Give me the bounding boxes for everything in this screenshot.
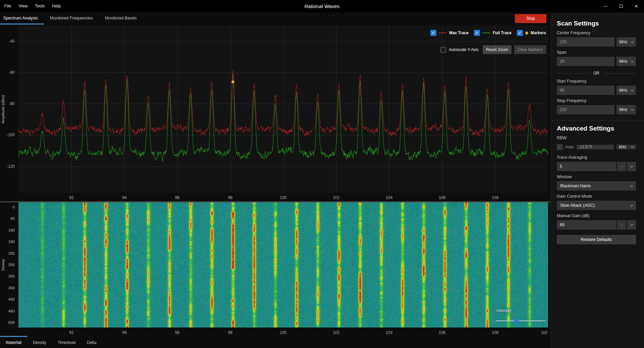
stop-frequency-input[interactable]: [557, 105, 614, 114]
intensity-label: Intensity: [496, 308, 545, 313]
rbw-input[interactable]: [577, 145, 614, 149]
window-field: Window Blackman Harris: [557, 175, 636, 191]
advanced-settings-title: Advanced Settings: [557, 125, 636, 132]
clear-markers-button[interactable]: Clear Markers: [514, 45, 546, 54]
chevron-down-icon: [630, 203, 633, 206]
rbw-label: RBW: [557, 136, 636, 140]
trace-averaging-increment-button[interactable]: [617, 162, 626, 171]
markers-label: Markers: [531, 31, 546, 35]
trace-averaging-field: Trace Averaging: [557, 155, 636, 171]
intensity-slider-thumb[interactable]: [514, 318, 519, 323]
close-icon: ×: [635, 4, 638, 9]
stop-button[interactable]: Stop: [515, 14, 546, 23]
autoscale-checkbox[interactable]: [440, 47, 446, 53]
unit-label: kHz: [619, 145, 626, 149]
tab-waterfall[interactable]: Waterfall: [0, 336, 27, 348]
menu-file[interactable]: File: [1, 0, 15, 12]
gain-control-mode-label: Gain Control Mode: [557, 194, 636, 199]
close-button[interactable]: ×: [629, 0, 644, 12]
legend-item-max-trace: ✓ Max Trace: [430, 30, 469, 36]
legend-item-full-trace: ✓ Full Trace: [474, 30, 512, 36]
span-input[interactable]: [557, 57, 614, 66]
trace-averaging-decrement-button[interactable]: [627, 162, 636, 171]
max-trace-label: Max Trace: [449, 31, 469, 35]
tab-monitored-frequencies[interactable]: Monitored Frequencies: [44, 12, 99, 24]
window-dropdown[interactable]: Blackman Harris: [557, 181, 636, 191]
menu-tools[interactable]: Tools: [31, 0, 48, 12]
tab-monitored-bands[interactable]: Monitored Bands: [99, 12, 143, 24]
tab-delta[interactable]: Delta: [81, 336, 102, 348]
divider-line: [602, 73, 636, 73]
rbw-field: RBW ✓ Auto kHz: [557, 136, 636, 152]
trace-averaging-label: Trace Averaging: [557, 155, 636, 160]
main-tabbar: Spectrum Analysis Monitored Frequencies …: [0, 12, 551, 24]
waterfall-chart: Intensity: [0, 201, 551, 336]
waterfall-tabbar: Waterfall Density Threshold Delta: [0, 336, 551, 348]
menu-bar: File View Tools Help: [0, 0, 64, 12]
unit-label: MHz: [619, 107, 628, 112]
unit-label: MHz: [619, 88, 628, 93]
manual-gain-input[interactable]: [557, 220, 616, 230]
center-frequency-field: Center Frequency MHz: [557, 31, 636, 47]
section-divider: [551, 120, 644, 121]
minimize-icon: [604, 6, 607, 6]
tab-density[interactable]: Density: [27, 336, 52, 348]
scan-settings-title: Scan Settings: [557, 20, 636, 27]
scan-settings-panel: Scan Settings Center Frequency MHz Span …: [551, 12, 644, 348]
or-divider: OR: [557, 71, 636, 76]
manual-gain-increment-button[interactable]: [617, 220, 626, 230]
span-unit-select[interactable]: MHz: [616, 57, 636, 66]
chevron-down-icon: [630, 184, 633, 187]
full-trace-label: Full Trace: [493, 31, 512, 35]
autoscale-label: Autoscale Y-Axis: [449, 47, 479, 52]
start-frequency-field: Start Frequency MHz: [557, 79, 636, 95]
gain-control-mode-field: Gain Control Mode Slow Attack (AGC): [557, 194, 636, 210]
legend-item-markers: ✓ Markers: [517, 30, 546, 36]
chevron-down-icon: [631, 108, 634, 110]
manual-gain-decrement-button[interactable]: [627, 220, 636, 230]
restore-defaults-button[interactable]: Restore Defaults: [557, 235, 636, 244]
manual-gain-label: Manual Gain (dB): [557, 213, 636, 218]
full-trace-swatch: [482, 33, 490, 33]
full-trace-checkbox[interactable]: ✓: [474, 30, 480, 36]
check-icon: ✓: [558, 145, 561, 149]
chevron-down-icon: [631, 145, 634, 148]
rbw-unit-select[interactable]: kHz: [616, 145, 636, 149]
chevron-down-icon: [631, 88, 634, 91]
menu-view[interactable]: View: [15, 0, 31, 12]
intensity-control: Intensity: [496, 308, 545, 321]
stop-frequency-label: Stop Frequency: [557, 98, 636, 103]
rbw-auto-checkbox[interactable]: ✓: [557, 144, 562, 150]
reset-zoom-button[interactable]: Reset Zoom: [483, 45, 511, 54]
gain-control-mode-value: Slow Attack (AGC): [560, 203, 595, 208]
markers-swatch: [525, 32, 528, 35]
span-field: Span MHz: [557, 50, 636, 66]
chevron-down-icon: [631, 59, 634, 62]
center-frequency-unit-select[interactable]: MHz: [616, 37, 636, 47]
tab-threshold[interactable]: Threshold: [52, 336, 81, 348]
markers-checkbox[interactable]: ✓: [517, 30, 523, 36]
rbw-auto-label: Auto: [565, 145, 574, 149]
maximize-button[interactable]: [613, 0, 629, 12]
chart-legend: ✓ Max Trace ✓ Full Trace ✓ Markers: [430, 30, 546, 36]
stop-frequency-unit-select[interactable]: MHz: [616, 105, 636, 114]
start-frequency-input[interactable]: [557, 86, 614, 95]
unit-label: MHz: [619, 40, 628, 44]
chevron-down-icon: [631, 40, 634, 43]
minimize-button[interactable]: [598, 0, 613, 12]
check-icon: ✓: [518, 31, 522, 35]
max-trace-checkbox[interactable]: ✓: [430, 30, 436, 36]
start-frequency-unit-select[interactable]: MHz: [616, 86, 636, 95]
window-value: Blackman Harris: [560, 184, 591, 188]
or-label: OR: [593, 71, 599, 76]
menu-help[interactable]: Help: [48, 0, 64, 12]
trace-averaging-input[interactable]: [557, 162, 616, 171]
waterfall-canvas[interactable]: [0, 202, 551, 336]
maximize-icon: [620, 5, 623, 8]
chevron-up-icon: [620, 165, 623, 168]
intensity-slider[interactable]: [496, 320, 545, 321]
center-frequency-input[interactable]: [557, 37, 614, 47]
window-label: Window: [557, 175, 636, 179]
tab-spectrum-analysis[interactable]: Spectrum Analysis: [0, 12, 44, 24]
gain-control-mode-dropdown[interactable]: Slow Attack (AGC): [557, 201, 636, 210]
